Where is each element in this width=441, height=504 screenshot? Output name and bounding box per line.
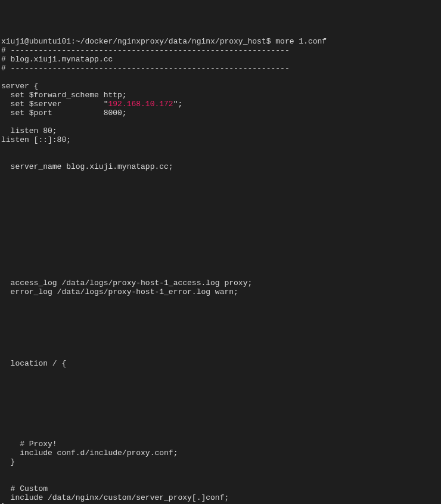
config-line: error_log /data/logs/proxy-host-1_error.…	[1, 287, 238, 296]
shell-prompt-line-1: xiuji@ubuntu101:~/docker/nginxproxy/data…	[1, 37, 327, 46]
config-line: # Custom	[1, 484, 48, 493]
config-line: server_name blog.xiuji.mynatapp.cc;	[1, 162, 173, 171]
config-line: # blog.xiuji.mynatapp.cc	[1, 55, 113, 64]
config-line: # --------------------------------------…	[1, 64, 290, 73]
config-line-suffix: ";	[173, 100, 183, 109]
config-line: set $forward_scheme http;	[1, 91, 127, 100]
config-line: set $port 8000;	[1, 109, 127, 118]
config-line: }	[1, 457, 15, 466]
terminal-output[interactable]: xiuji@ubuntu101:~/docker/nginxproxy/data…	[1, 37, 440, 504]
config-line: listen 80;	[1, 126, 57, 135]
config-line: access_log /data/logs/proxy-host-1_acces…	[1, 279, 252, 287]
config-line: # --------------------------------------…	[1, 46, 290, 55]
config-line: server {	[1, 82, 38, 91]
config-line: location / {	[1, 359, 66, 368]
ip-address: 192.168.10.172	[108, 100, 173, 109]
config-line-prefix: set $server "	[1, 100, 108, 109]
config-line: include conf.d/include/proxy.conf;	[1, 449, 178, 457]
config-line: listen [::]:80;	[1, 135, 71, 144]
config-line: # Proxy!	[1, 440, 57, 449]
config-line: include /data/nginx/custom/server_proxy[…	[1, 493, 229, 502]
